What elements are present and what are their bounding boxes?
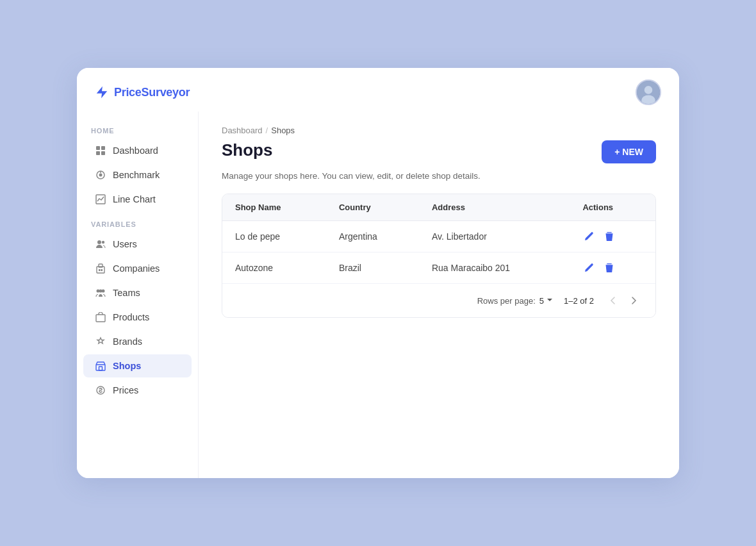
shops-table: Shop Name Country Address Actions Lo de …	[222, 194, 655, 283]
sidebar-item-teams[interactable]: Teams	[83, 281, 192, 304]
benchmark-icon	[95, 169, 106, 181]
sidebar-item-teams-label: Teams	[113, 288, 140, 298]
svg-rect-22	[96, 365, 105, 370]
cell-country: Argentina	[326, 221, 419, 252]
cell-shop-name: Lo de pepe	[222, 221, 326, 252]
sidebar-item-brands-label: Brands	[113, 336, 142, 347]
breadcrumb-separator: /	[266, 126, 268, 135]
users-icon	[95, 238, 106, 250]
sidebar-item-products-label: Products	[113, 312, 149, 322]
edit-button[interactable]	[582, 230, 595, 243]
avatar[interactable]	[636, 79, 661, 105]
rows-per-page-control: Rows per page: 5	[477, 296, 554, 306]
col-actions: Actions	[570, 194, 655, 221]
svg-rect-6	[96, 151, 100, 155]
svg-rect-4	[96, 146, 100, 150]
cell-address: Rua Maracaibo 201	[419, 252, 570, 284]
rows-per-page-label: Rows per page:	[477, 296, 536, 306]
cell-country: Brazil	[326, 252, 419, 284]
sidebar-item-products[interactable]: Products	[83, 306, 192, 329]
svg-rect-7	[101, 151, 105, 155]
col-address: Address	[419, 194, 570, 221]
sidebar-item-users-label: Users	[113, 239, 137, 249]
sidebar-item-line-chart[interactable]: Line Chart	[83, 188, 192, 211]
col-shop-name: Shop Name	[222, 194, 326, 221]
sidebar-section-variables: VARIABLES	[77, 211, 198, 232]
next-page-button[interactable]	[625, 292, 643, 310]
table-footer: Rows per page: 5 1–2 of 2	[222, 283, 655, 317]
sidebar-item-dashboard-label: Dashboard	[113, 145, 158, 156]
breadcrumb-current: Shops	[271, 126, 295, 135]
sidebar-item-prices-label: Prices	[113, 385, 138, 395]
delete-button[interactable]	[603, 261, 616, 274]
cell-actions	[570, 252, 655, 284]
new-button[interactable]: + NEW	[602, 140, 656, 163]
sidebar-item-benchmark-label: Benchmark	[113, 170, 160, 180]
delete-icon	[604, 263, 614, 273]
sidebar-item-users[interactable]: Users	[83, 233, 192, 256]
svg-rect-17	[101, 269, 103, 271]
cell-actions	[570, 221, 655, 252]
sidebar-item-companies[interactable]: Companies	[83, 257, 192, 280]
sidebar-item-shops-label: Shops	[113, 361, 141, 371]
logo-area: PriceSurveyor	[95, 85, 190, 99]
pagination-info: 1–2 of 2	[564, 296, 594, 306]
linechart-icon	[95, 194, 106, 205]
sidebar-item-prices[interactable]: Prices	[83, 379, 192, 402]
svg-marker-0	[97, 87, 108, 98]
col-country: Country	[326, 194, 419, 221]
pagination-buttons	[604, 292, 643, 310]
header-bar: PriceSurveyor	[77, 68, 679, 112]
svg-rect-16	[99, 269, 101, 271]
prices-icon	[95, 385, 106, 396]
shops-icon	[95, 360, 106, 372]
main-layout: HOME Dashboard	[77, 112, 679, 478]
sidebar-section-home: HOME	[77, 118, 198, 138]
shops-table-container: Shop Name Country Address Actions Lo de …	[222, 194, 656, 318]
rows-per-page-select[interactable]: 5	[539, 296, 554, 306]
table-row: Autozone Brazil Rua Maracaibo 201	[222, 252, 655, 284]
svg-rect-5	[101, 146, 105, 150]
app-window: PriceSurveyor HOME	[77, 68, 679, 478]
breadcrumb-root: Dashboard	[222, 126, 263, 135]
page-title: Shops	[222, 140, 272, 160]
sidebar-item-companies-label: Companies	[113, 263, 160, 274]
delete-button[interactable]	[603, 230, 616, 243]
svg-point-9	[99, 174, 103, 177]
edit-icon	[584, 263, 594, 273]
sidebar-item-benchmark[interactable]: Benchmark	[83, 163, 192, 186]
sidebar-item-shops[interactable]: Shops	[83, 354, 192, 377]
chevron-down-icon	[546, 296, 554, 306]
svg-point-2	[645, 86, 653, 94]
brands-icon	[95, 336, 106, 347]
sidebar-item-linechart-label: Line Chart	[113, 194, 156, 204]
svg-point-20	[99, 290, 103, 293]
edit-icon	[584, 231, 594, 242]
logo-icon	[95, 85, 109, 99]
svg-point-13	[102, 241, 104, 244]
edit-button[interactable]	[582, 261, 595, 274]
logo-text: PriceSurveyor	[114, 86, 190, 99]
svg-rect-23	[99, 367, 103, 370]
svg-point-12	[97, 240, 101, 244]
sidebar: HOME Dashboard	[77, 112, 199, 478]
page-description: Manage your shops here. You can view, ed…	[222, 171, 656, 181]
sidebar-item-brands[interactable]: Brands	[83, 330, 192, 353]
prev-page-button[interactable]	[604, 292, 622, 310]
rows-per-page-value: 5	[539, 296, 544, 306]
table-header-row: Shop Name Country Address Actions	[222, 194, 655, 221]
page-header-row: Shops + NEW	[222, 140, 656, 163]
companies-icon	[95, 263, 106, 274]
cell-shop-name: Autozone	[222, 252, 326, 284]
grid-icon	[95, 145, 106, 156]
svg-rect-21	[96, 315, 105, 322]
products-icon	[95, 311, 106, 323]
delete-icon	[604, 231, 614, 242]
main-content: Dashboard / Shops Shops + NEW Manage you…	[199, 112, 679, 478]
sidebar-item-dashboard[interactable]: Dashboard	[83, 139, 192, 162]
teams-icon	[95, 287, 106, 299]
table-row: Lo de pepe Argentina Av. Libertador	[222, 221, 655, 252]
cell-address: Av. Libertador	[419, 221, 570, 252]
breadcrumb: Dashboard / Shops	[222, 126, 656, 135]
